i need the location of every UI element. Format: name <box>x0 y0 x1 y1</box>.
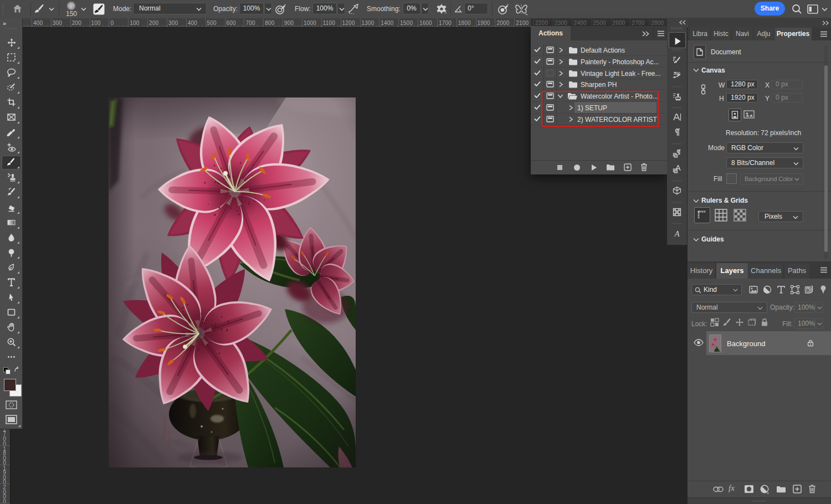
svg-text:A: A <box>674 229 680 238</box>
